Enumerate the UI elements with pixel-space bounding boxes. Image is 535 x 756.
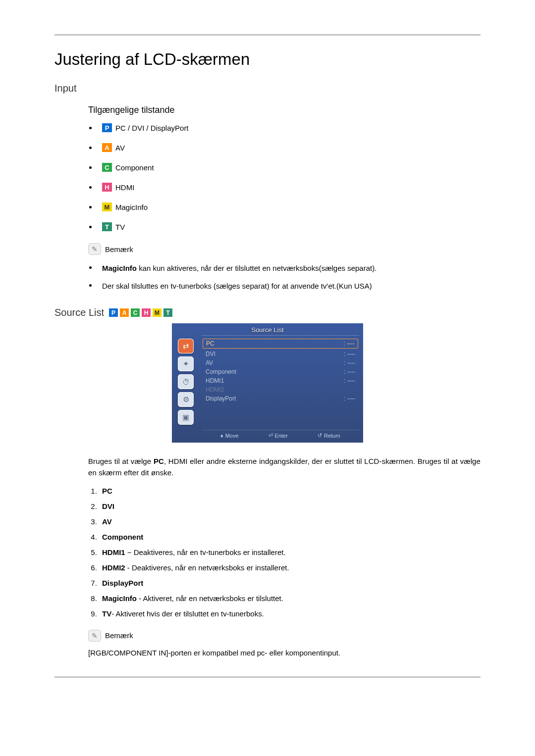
mode-hdmi: H HDMI <box>89 183 481 192</box>
mode-component: C Component <box>89 163 481 172</box>
page: Justering af LCD-skærmen Input Tilgængel… <box>0 0 535 756</box>
bullet-icon <box>89 166 92 169</box>
note-label: Bemærk <box>105 631 133 640</box>
osd-title: Source List <box>172 323 363 336</box>
osd-screenshot: Source List ⇄ ✦ ⏱ ⚙ ▣ PC: ‑‑‑‑DVI: ‑‑‑‑A… <box>172 323 363 443</box>
badge-t-icon: T <box>102 222 112 231</box>
osd-side-timer-icon: ⏱ <box>178 374 194 389</box>
li-rest: - Deaktiveres, når en netværksboks er in… <box>125 563 289 572</box>
li-bold: TV <box>102 609 111 618</box>
osd-side-settings-icon: ⚙ <box>178 392 194 407</box>
osd-hint-enter: ⏎ Enter <box>268 432 288 439</box>
list-item: HDMI1 − Deaktiveres, når en tv-tunerboks… <box>99 548 481 556</box>
badge-m-icon: M <box>102 202 112 211</box>
li-rest: - Aktiveret, når en netværksboks er tils… <box>137 594 283 603</box>
li-bold: PC <box>102 487 112 495</box>
mode-label: TV <box>115 223 125 231</box>
osd-side-source-icon: ⇄ <box>178 339 194 353</box>
li-bold: Component <box>102 533 143 541</box>
osd-sidebar: ⇄ ✦ ⏱ ⚙ ▣ <box>172 336 200 428</box>
badge-h-icon: H <box>142 308 151 317</box>
top-rule <box>54 35 481 35</box>
osd-hint-move: ♦ Move <box>220 432 239 439</box>
mode-label: HDMI <box>115 183 134 192</box>
mode-label: MagicInfo <box>115 203 148 211</box>
osd-row-val: : ‑‑‑‑ <box>344 395 355 402</box>
li-bold: AV <box>102 517 112 526</box>
osd-row: AV: ‑‑‑‑ <box>203 358 358 367</box>
section-source-list: Source List P A C H M T <box>54 307 481 318</box>
li-rest: − Deaktiveres, når en tv-tunerboks er in… <box>125 548 286 556</box>
list-item: HDMI2 - Deaktiveres, når en netværksboks… <box>99 563 481 572</box>
osd-footer: ♦ Move ⏎ Enter ↺ Return <box>202 430 359 440</box>
li-bold: HDMI1 <box>102 548 125 556</box>
bullet-icon <box>89 226 92 228</box>
note-heading: ✎ Bemærk <box>88 243 481 255</box>
osd-row-name: DisplayPort <box>206 395 236 402</box>
source-ordered-list: PC DVI AV Component HDMI1 − Deaktiveres,… <box>88 487 481 618</box>
badge-p-icon: P <box>102 123 112 132</box>
note-label: Bemærk <box>105 245 133 253</box>
list-item: DisplayPort <box>99 579 481 587</box>
badge-t-icon: T <box>163 308 172 317</box>
note-rest: kan kun aktiveres, når der er tilsluttet… <box>137 264 376 272</box>
list-item: MagicInfo - Aktiveret, når en netværksbo… <box>99 594 481 603</box>
osd-row-name: HDMI1 <box>206 377 224 384</box>
bullet-icon <box>89 127 92 129</box>
osd-hint-return: ↺ Return <box>318 432 340 439</box>
bullet-icon <box>89 266 92 269</box>
osd-row: DVI: ‑‑‑‑ <box>203 350 358 358</box>
osd-row-val: : ‑‑‑‑ <box>344 368 355 375</box>
osd-row: PC: ‑‑‑‑ <box>203 339 358 349</box>
list-item: Component <box>99 533 481 541</box>
li-rest: - Aktiveret hvis der er tilsluttet en tv… <box>111 609 264 618</box>
note-text: MagicInfo kan kun aktiveres, når der er … <box>102 262 376 275</box>
osd-row: HDMI2 <box>203 385 358 394</box>
osd-body: ⇄ ✦ ⏱ ⚙ ▣ PC: ‑‑‑‑DVI: ‑‑‑‑AV: ‑‑‑‑Compo… <box>172 336 363 428</box>
badge-row: P A C H M T <box>109 308 173 317</box>
bullet-icon <box>89 147 92 149</box>
mode-av: A AV <box>89 143 481 152</box>
li-bold: MagicInfo <box>102 594 137 603</box>
bullet-icon <box>89 206 92 208</box>
note-bold: MagicInfo <box>102 264 137 272</box>
subsection-modes: Tilgængelige tilstande <box>88 105 481 115</box>
osd-hint-return-label: Return <box>324 433 340 439</box>
mode-magicinfo: M MagicInfo <box>89 202 481 211</box>
body-bold: PC <box>154 457 164 465</box>
li-bold: DisplayPort <box>102 579 143 587</box>
osd-hint-enter-label: Enter <box>275 433 288 439</box>
modes-list: P PC / DVI / DisplayPort A AV C Componen… <box>89 123 481 231</box>
list-item: AV <box>99 517 481 526</box>
note-icon: ✎ <box>88 630 101 642</box>
badge-p-icon: P <box>109 308 118 317</box>
section-input: Input <box>54 83 481 94</box>
list-item: TV- Aktiveret hvis der er tilsluttet en … <box>99 609 481 618</box>
osd-row-name: PC <box>206 340 214 347</box>
osd-row-name: DVI <box>206 351 215 357</box>
osd-row-name: HDMI2 <box>206 386 224 393</box>
mode-label: Component <box>115 163 154 172</box>
mode-tv: T TV <box>89 222 481 231</box>
list-item: PC <box>99 487 481 495</box>
note-icon: ✎ <box>88 243 101 255</box>
osd-row-val: : ‑‑‑‑ <box>344 351 355 357</box>
note-item: Der skal tilsluttes en tv-tunerboks (sæl… <box>89 280 481 293</box>
bullet-icon <box>89 186 92 189</box>
osd-row-val: : ‑‑‑‑ <box>343 340 355 347</box>
mode-label: AV <box>115 144 125 152</box>
footer-note: [RGB/COMPONENT IN]-porten er kompatibel … <box>88 649 481 657</box>
note-item: MagicInfo kan kun aktiveres, når der er … <box>89 262 481 275</box>
osd-side-tools-icon: ✦ <box>178 356 194 371</box>
osd-main: PC: ‑‑‑‑DVI: ‑‑‑‑AV: ‑‑‑‑Component: ‑‑‑‑… <box>200 336 363 428</box>
badge-c-icon: C <box>131 308 140 317</box>
bullet-icon <box>89 284 92 287</box>
osd-side-misc-icon: ▣ <box>178 410 194 425</box>
mode-label: PC / DVI / DisplayPort <box>115 124 189 132</box>
bottom-rule <box>54 677 481 677</box>
list-item: DVI <box>99 502 481 510</box>
mode-pc: P PC / DVI / DisplayPort <box>89 123 481 132</box>
badge-a-icon: A <box>102 143 112 152</box>
osd-row: HDMI1: ‑‑‑‑ <box>203 376 358 385</box>
notes-list: MagicInfo kan kun aktiveres, når der er … <box>89 262 481 292</box>
